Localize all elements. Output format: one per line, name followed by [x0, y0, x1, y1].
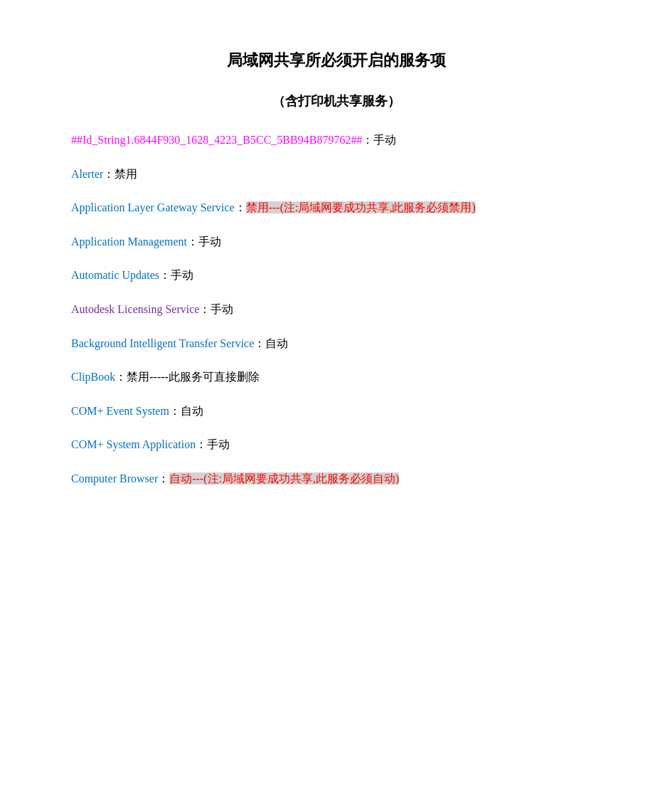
page-subtitle: （含打印机共享服务）: [43, 92, 629, 110]
service-separator: ：: [169, 405, 181, 417]
service-name: COM+ System Application: [71, 438, 196, 450]
service-separator: ：: [362, 134, 373, 146]
service-status: 自动: [265, 337, 288, 349]
page-title: 局域网共享所必须开启的服务项: [43, 50, 629, 71]
service-separator: ：: [115, 371, 127, 383]
list-item: Application Layer Gateway Service：禁用---(…: [43, 199, 629, 217]
service-separator: ：: [235, 201, 246, 213]
service-status: 手动: [210, 303, 233, 315]
list-item: COM+ System Application：手动: [43, 435, 629, 454]
service-status: 手动: [207, 438, 230, 450]
service-name: Computer Browser: [71, 472, 158, 485]
list-item: Automatic Updates：手动: [43, 266, 629, 285]
service-name: Background Intelligent Transfer Service: [71, 337, 254, 349]
service-separator: ：: [254, 337, 265, 349]
service-separator: ：: [159, 269, 171, 281]
service-separator: ：: [158, 472, 169, 485]
list-item: COM+ Event System：自动: [43, 402, 629, 420]
service-separator: ：: [196, 438, 207, 450]
service-name: Automatic Updates: [71, 269, 159, 281]
service-status: 手动: [198, 236, 221, 248]
list-item: Autodesk Licensing Service：手动: [43, 300, 629, 319]
list-item: Application Management：手动: [43, 233, 629, 251]
service-name: Autodesk Licensing Service: [71, 303, 199, 315]
service-name: COM+ Event System: [71, 405, 169, 417]
list-item: ##Id_String1.6844F930_1628_4223_B5CC_5BB…: [43, 131, 629, 149]
service-status: 手动: [171, 269, 193, 281]
list-item: ClipBook：禁用-----此服务可直接删除: [43, 368, 629, 386]
service-name: Application Layer Gateway Service: [71, 201, 235, 213]
service-status: 手动: [373, 134, 396, 146]
service-status: 自动---(注:局域网要成功共享,此服务必须自动): [169, 472, 399, 485]
list-item: Background Intelligent Transfer Service：…: [43, 334, 629, 353]
list-item: Alerter：禁用: [43, 165, 629, 184]
services-list: ##Id_String1.6844F930_1628_4223_B5CC_5BB…: [43, 131, 629, 488]
service-separator: ：: [103, 168, 114, 180]
service-name: ##Id_String1.6844F930_1628_4223_B5CC_5BB…: [71, 134, 362, 146]
list-item: Computer Browser：自动---(注:局域网要成功共享,此服务必须自…: [43, 470, 629, 488]
service-name: ClipBook: [71, 371, 115, 383]
service-name: Application Management: [71, 236, 187, 248]
service-separator: ：: [199, 303, 210, 315]
service-separator: ：: [187, 236, 198, 248]
service-status: 禁用---(注:局域网要成功共享,此服务必须禁用): [246, 201, 476, 213]
service-status: 自动: [181, 405, 203, 417]
service-status: 禁用: [114, 168, 137, 180]
service-status: 禁用-----此服务可直接删除: [127, 371, 260, 383]
service-name: Alerter: [71, 168, 103, 180]
